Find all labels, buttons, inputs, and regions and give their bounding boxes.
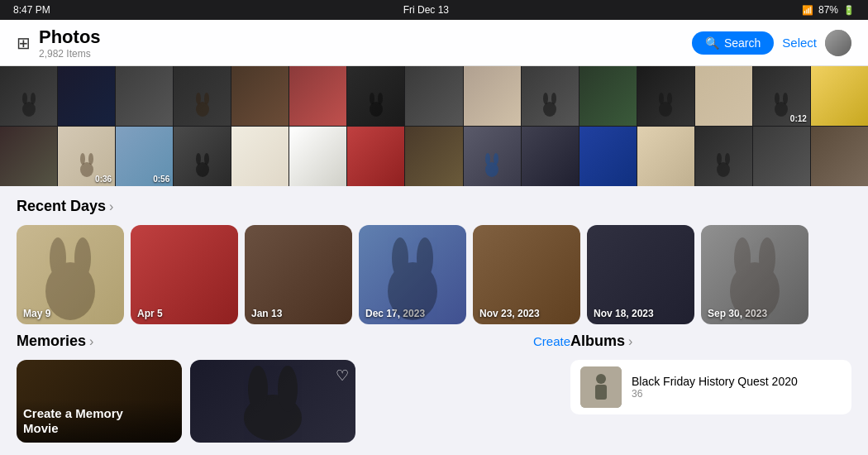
memory-card[interactable]: ♡ — [190, 360, 355, 443]
status-date: Fri Dec 13 — [403, 4, 449, 16]
svg-point-16 — [775, 93, 780, 104]
albums-title: Albums — [570, 333, 625, 350]
heart-icon: ♡ — [336, 366, 349, 385]
svg-point-22 — [196, 153, 201, 165]
photo-cell[interactable]: 0:12 — [753, 66, 810, 126]
svg-point-26 — [494, 153, 498, 165]
memory-card-text: Create a MemoryMovie — [17, 400, 182, 443]
photo-cell[interactable] — [347, 127, 404, 186]
photo-cell[interactable] — [811, 66, 868, 126]
day-card[interactable]: Apr 5 — [131, 225, 238, 324]
photo-strip-row-1: 0:12 — [0, 66, 868, 126]
photo-cell[interactable] — [637, 127, 694, 186]
photo-cell[interactable] — [231, 66, 289, 126]
avatar — [825, 30, 851, 56]
svg-point-41 — [278, 366, 298, 412]
memories-column: Memories › Create Create a MemoryMovie — [17, 333, 570, 443]
svg-point-28 — [717, 153, 722, 165]
day-card[interactable]: May 9 — [17, 225, 124, 324]
memories-title: Memories — [17, 333, 86, 350]
svg-point-29 — [725, 153, 730, 165]
photo-cell[interactable] — [464, 127, 521, 186]
svg-point-11 — [551, 93, 556, 104]
memory-card[interactable]: Create a MemoryMovie — [17, 360, 182, 443]
photo-cell[interactable] — [579, 66, 637, 126]
day-card[interactable]: Nov 18, 2023 — [587, 225, 694, 324]
photo-cell[interactable] — [405, 66, 462, 126]
photo-cell[interactable] — [174, 66, 231, 126]
photo-strip-row-2: 0:36 0:56 — [0, 127, 868, 186]
svg-point-14 — [667, 93, 672, 104]
select-button[interactable]: Select — [782, 36, 817, 50]
photo-cell[interactable] — [116, 66, 173, 126]
svg-point-31 — [50, 237, 66, 279]
photo-cell[interactable] — [753, 127, 810, 186]
day-card[interactable]: Sep 30, 2023 — [701, 225, 808, 324]
memory-title: Create a MemoryMovie — [23, 406, 175, 436]
svg-point-17 — [783, 93, 788, 104]
memories-arrow: › — [89, 334, 93, 349]
grid-icon: ⊞ — [17, 33, 31, 53]
bottom-row: Memories › Create Create a MemoryMovie — [0, 333, 868, 443]
photo-grid: 0:12 0:36 0:56 — [0, 66, 868, 186]
svg-point-25 — [485, 153, 490, 165]
photo-cell[interactable] — [811, 127, 868, 186]
day-card[interactable]: Dec 17, 2023 — [359, 225, 466, 324]
status-indicators: 📶 87% 🔋 — [802, 4, 855, 16]
battery-icon: 🔋 — [843, 5, 855, 16]
search-button[interactable]: 🔍 Search — [692, 31, 774, 55]
album-thumbnail — [580, 366, 622, 408]
wifi-icon: 📶 — [802, 5, 813, 16]
recent-days-section: Recent Days › May 9 Apr 5 Jan 13 Dec — [0, 186, 868, 333]
album-item[interactable]: Black Friday History Quest 2020 36 — [570, 360, 851, 414]
svg-point-5 — [204, 93, 209, 104]
album-info: Black Friday History Quest 2020 36 — [632, 375, 798, 400]
svg-point-38 — [759, 237, 775, 279]
albums-arrow: › — [628, 334, 632, 349]
app-header: ⊞ Photos 2,982 Items 🔍 Search Select — [0, 20, 868, 66]
title-block: Photos 2,982 Items — [39, 26, 101, 60]
svg-point-20 — [88, 153, 93, 165]
svg-point-43 — [596, 374, 606, 384]
search-icon: 🔍 — [705, 36, 719, 50]
svg-point-19 — [80, 153, 85, 165]
photo-cell[interactable]: 0:56 — [116, 127, 173, 186]
photo-cell[interactable] — [522, 127, 579, 186]
photo-cell[interactable] — [464, 66, 521, 126]
photo-cell[interactable] — [58, 66, 115, 126]
photo-cell[interactable] — [289, 127, 346, 186]
photo-cell[interactable] — [637, 66, 694, 126]
photo-cell[interactable] — [174, 127, 231, 186]
photo-cell[interactable] — [695, 127, 752, 186]
recent-days-header: Recent Days › — [17, 198, 851, 215]
svg-point-4 — [196, 93, 201, 104]
photo-cell[interactable] — [0, 127, 57, 186]
svg-point-10 — [543, 93, 548, 104]
photo-cell[interactable] — [579, 127, 637, 186]
svg-point-8 — [378, 93, 383, 104]
svg-point-34 — [392, 237, 408, 279]
svg-point-13 — [659, 93, 664, 104]
recent-days-title: Recent Days — [17, 198, 106, 215]
day-card[interactable]: Jan 13 — [245, 225, 352, 324]
photo-cell[interactable] — [231, 127, 289, 186]
photo-cell[interactable] — [522, 66, 579, 126]
status-bar: 8:47 PM Fri Dec 13 📶 87% 🔋 — [0, 0, 868, 20]
main-content: 0:12 0:36 0:56 — [0, 66, 868, 455]
day-card[interactable]: Nov 23, 2023 — [473, 225, 580, 324]
recent-days-title-row: Recent Days › — [17, 198, 113, 215]
photo-cell[interactable]: 0:36 — [58, 127, 115, 186]
album-count: 36 — [632, 388, 798, 400]
photo-cell[interactable] — [405, 127, 462, 186]
svg-point-37 — [734, 237, 751, 279]
create-memory-button[interactable]: Create — [533, 334, 570, 348]
day-label: Nov 23, 2023 — [479, 308, 540, 319]
photo-cell[interactable] — [289, 66, 346, 126]
photo-cell[interactable] — [695, 66, 752, 126]
photo-cell[interactable] — [0, 66, 57, 126]
svg-point-40 — [248, 366, 268, 412]
memories-title-row: Memories › — [17, 333, 93, 350]
memories-header: Memories › Create — [17, 333, 570, 350]
photo-cell[interactable] — [347, 66, 404, 126]
album-name: Black Friday History Quest 2020 — [632, 375, 798, 388]
